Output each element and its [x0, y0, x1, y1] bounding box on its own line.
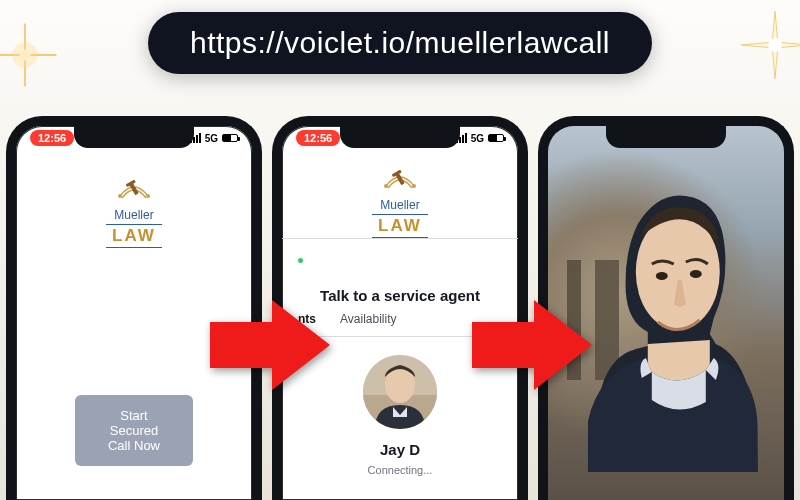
status-dot-icon — [298, 258, 303, 263]
svg-point-2 — [768, 38, 782, 52]
agent-avatar — [363, 355, 437, 429]
svg-point-5 — [118, 194, 122, 198]
battery-icon — [222, 134, 238, 142]
phone-notch — [74, 126, 194, 148]
svg-point-14 — [636, 214, 720, 330]
agent-name: Jay D — [282, 441, 518, 458]
tab-availability[interactable]: Availability — [340, 312, 396, 326]
brand-line1: Mueller — [282, 198, 518, 212]
online-indicator — [282, 238, 518, 277]
brand-line2: LAW — [106, 224, 162, 248]
svg-point-9 — [384, 184, 388, 188]
status-time: 12:56 — [30, 130, 74, 146]
svg-point-6 — [146, 194, 150, 198]
caller-video — [588, 172, 758, 472]
svg-point-15 — [656, 272, 668, 280]
network-label: 5G — [471, 133, 484, 144]
status-time: 12:56 — [296, 130, 340, 146]
sparkle-left-icon — [0, 20, 60, 94]
gavel-crest-icon — [380, 164, 420, 194]
brand-line1: Mueller — [16, 208, 252, 222]
brand-line2: LAW — [372, 214, 428, 238]
phone-notch — [340, 126, 460, 148]
svg-marker-17 — [210, 300, 330, 390]
start-call-button[interactable]: Start Secured Call Now — [75, 395, 193, 466]
network-label: 5G — [205, 133, 218, 144]
status-signal: 5G — [190, 130, 238, 146]
status-signal: 5G — [456, 130, 504, 146]
phone-row: 12:56 5G — [0, 116, 800, 500]
brand-logo: Mueller LAW — [16, 174, 252, 248]
flow-arrow-icon — [210, 300, 330, 390]
battery-icon — [488, 134, 504, 142]
svg-point-16 — [690, 270, 702, 278]
demo-url: https://voiclet.io/muellerlawcall — [148, 12, 652, 74]
gavel-crest-icon — [114, 174, 154, 204]
sparkle-right-icon — [740, 10, 800, 84]
svg-point-10 — [412, 184, 416, 188]
agent-status: Connecting... — [282, 464, 518, 476]
brand-logo: Mueller LAW — [282, 164, 518, 238]
svg-point-1 — [12, 42, 37, 67]
svg-marker-18 — [472, 300, 592, 390]
svg-point-0 — [19, 49, 30, 60]
flow-arrow-icon — [472, 300, 592, 390]
phone-notch — [606, 126, 726, 148]
